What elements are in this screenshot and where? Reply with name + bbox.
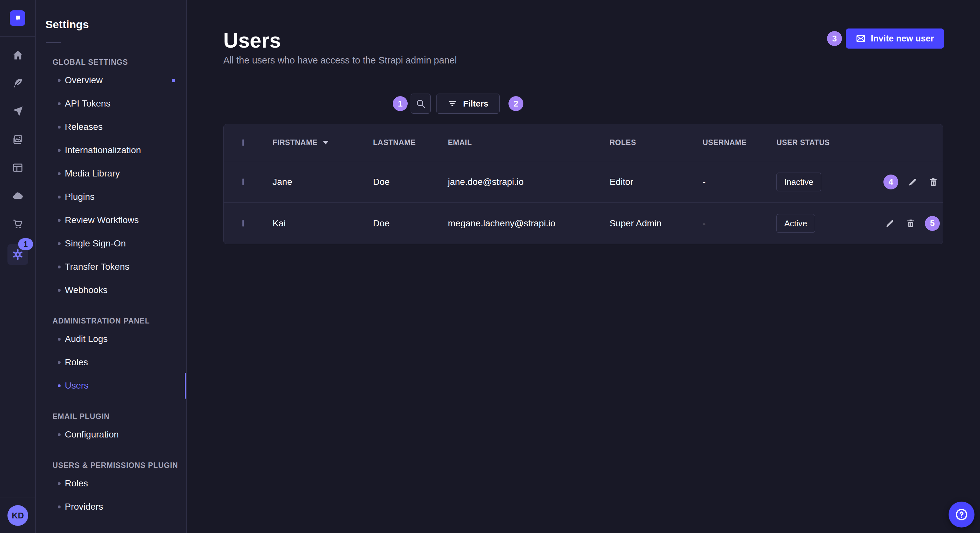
sidebar-item-transfer-tokens[interactable]: Transfer Tokens — [36, 255, 186, 279]
column-header-lastname[interactable]: LASTNAME — [373, 138, 448, 147]
sidebar-item-providers[interactable]: Providers — [36, 495, 186, 519]
section-label-users-permissions-plugin: USERS & PERMISSIONS PLUGIN — [52, 461, 186, 470]
select-all-checkbox[interactable] — [242, 139, 244, 146]
sidebar-item-plugins[interactable]: Plugins — [36, 185, 186, 209]
sidebar-item-label: Webhooks — [65, 285, 108, 295]
cell-email: jane.doe@strapi.io — [448, 177, 609, 187]
sidebar-item-up-roles[interactable]: Roles — [36, 472, 186, 495]
sidebar-item-label: Roles — [65, 357, 88, 368]
sidebar-item-label: Internationalization — [65, 145, 141, 155]
marketplace-cart-icon[interactable] — [11, 217, 24, 230]
table-row[interactable]: Jane Doe jane.doe@strapi.io Editor - Ina… — [224, 161, 943, 202]
sidebar-item-webhooks[interactable]: Webhooks — [36, 279, 186, 302]
invite-new-user-button[interactable]: Invite new user — [846, 29, 944, 49]
annotation-2: 2 — [509, 96, 523, 111]
cloud-icon[interactable] — [11, 189, 24, 202]
cell-firstname: Kai — [272, 218, 373, 228]
page-title: Users — [223, 29, 281, 52]
column-header-user-status[interactable]: USER STATUS — [776, 138, 883, 147]
sidebar-item-releases[interactable]: Releases — [36, 115, 186, 139]
delete-user-button[interactable] — [904, 217, 917, 230]
sidebar-item-single-sign-on[interactable]: Single Sign-On — [36, 232, 186, 255]
row-checkbox[interactable] — [242, 220, 244, 227]
envelope-icon — [856, 34, 865, 43]
sidebar-item-users[interactable]: Users — [36, 374, 186, 397]
bullet-icon — [58, 149, 60, 152]
sidebar-item-label: API Tokens — [65, 98, 110, 109]
bullet-icon — [58, 338, 60, 341]
row-checkbox[interactable] — [242, 178, 244, 185]
edit-user-button[interactable] — [906, 176, 919, 189]
sidebar-item-label: Releases — [65, 122, 103, 132]
cell-roles: Editor — [609, 177, 703, 187]
sidebar-item-overview[interactable]: Overview — [36, 69, 186, 92]
sidebar-item-label: Media Library — [65, 168, 120, 179]
table-header-row: FIRSTNAME LASTNAME EMAIL ROLES USERNAME … — [224, 124, 943, 161]
header-actions: 3 Invite new user — [827, 29, 944, 49]
paper-plane-icon[interactable] — [11, 105, 24, 118]
column-header-email[interactable]: EMAIL — [448, 138, 609, 147]
annotation-1: 1 — [393, 96, 408, 111]
cell-lastname: Doe — [373, 218, 448, 228]
users-table: FIRSTNAME LASTNAME EMAIL ROLES USERNAME … — [223, 124, 943, 244]
sidebar-item-api-tokens[interactable]: API Tokens — [36, 92, 186, 115]
main-content: Users All the users who have access to t… — [187, 0, 980, 533]
sidebar-item-audit-logs[interactable]: Audit Logs — [36, 327, 186, 351]
bullet-icon — [58, 102, 60, 105]
rail-divider — [0, 497, 35, 497]
search-button[interactable] — [410, 94, 431, 114]
media-images-icon[interactable] — [11, 133, 24, 146]
edit-user-button[interactable] — [883, 217, 896, 230]
status-badge: Active — [776, 214, 815, 233]
filters-button[interactable]: Filters — [436, 94, 500, 114]
sidebar-item-label: Plugins — [65, 192, 95, 202]
sidebar-item-media-library[interactable]: Media Library — [36, 162, 186, 185]
filters-button-label: Filters — [463, 99, 488, 109]
annotation-4: 4 — [883, 174, 898, 189]
annotation-5: 5 — [925, 216, 940, 231]
page-subtitle: All the users who have access to the Str… — [223, 55, 457, 66]
settings-notification-badge: 1 — [18, 238, 33, 250]
column-header-roles[interactable]: ROLES — [609, 138, 703, 147]
strapi-logo[interactable] — [10, 10, 25, 26]
cell-roles: Super Admin — [609, 218, 703, 228]
content-builder-feather-icon[interactable] — [11, 77, 24, 90]
sidebar-title: Settings — [45, 18, 186, 31]
sidebar-item-label: Transfer Tokens — [65, 262, 129, 272]
section-label-global-settings: GLOBAL SETTINGS — [52, 58, 186, 67]
sidebar-item-configuration[interactable]: Configuration — [36, 423, 186, 446]
section-label-administration-panel: ADMINISTRATION PANEL — [52, 317, 186, 325]
bullet-icon — [58, 242, 60, 245]
filter-icon — [447, 99, 457, 108]
help-button[interactable] — [948, 501, 975, 528]
home-icon[interactable] — [11, 49, 24, 62]
sidebar-item-review-workflows[interactable]: Review Workflows — [36, 209, 186, 232]
table-row[interactable]: Kai Doe megane.lacheny@strapi.io Super A… — [224, 202, 943, 244]
bullet-icon — [58, 482, 60, 485]
column-header-username[interactable]: USERNAME — [703, 138, 776, 147]
section-label-email-plugin: EMAIL PLUGIN — [52, 412, 186, 421]
bullet-icon — [58, 361, 60, 364]
bullet-icon — [58, 265, 60, 268]
sidebar-item-admin-roles[interactable]: Roles — [36, 351, 186, 374]
bullet-icon — [58, 384, 60, 387]
bullet-icon — [58, 172, 60, 175]
sidebar-item-label: Providers — [65, 501, 103, 512]
layout-icon[interactable] — [11, 161, 24, 174]
question-mark-icon — [955, 508, 968, 521]
sidebar-item-label: Roles — [65, 478, 88, 489]
trash-icon — [928, 177, 939, 187]
sidebar-item-label: Overview — [65, 75, 103, 86]
cell-email: megane.lacheny@strapi.io — [448, 218, 609, 228]
column-header-firstname[interactable]: FIRSTNAME — [272, 138, 373, 147]
sidebar-item-internationalization[interactable]: Internationalization — [36, 139, 186, 162]
rail-divider — [0, 36, 35, 36]
bullet-icon — [58, 506, 60, 508]
title-divider — [46, 43, 61, 43]
bullet-icon — [58, 219, 60, 222]
sidebar-item-label: Audit Logs — [65, 334, 108, 344]
user-avatar[interactable]: KD — [8, 505, 28, 526]
bullet-icon — [58, 433, 60, 436]
sidebar-item-label: Single Sign-On — [65, 238, 126, 249]
delete-user-button[interactable] — [927, 176, 940, 189]
